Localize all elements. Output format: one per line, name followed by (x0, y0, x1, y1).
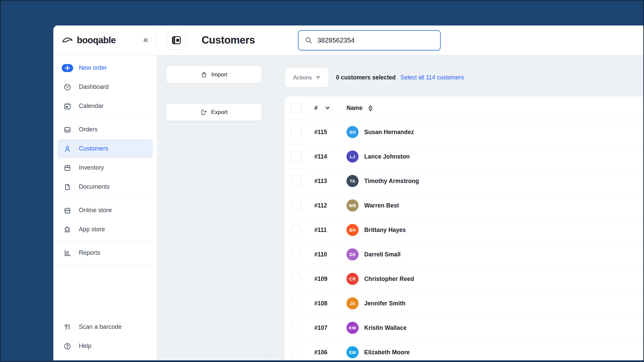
page-header: Customers (157, 25, 643, 55)
import-button[interactable]: Import (166, 66, 262, 83)
customer-name: Timothy Armstrong (364, 178, 419, 185)
customer-number: #111 (314, 227, 346, 234)
customer-avatar: WB (346, 199, 359, 212)
plus-icon (62, 64, 73, 72)
sidebar-item-reports[interactable]: Reports (57, 243, 153, 262)
sidebar-item-label: Orders (79, 126, 98, 133)
customer-row[interactable]: #109 CR Christopher Reed (285, 267, 643, 291)
customer-row[interactable]: #110 DS Darrell Small (285, 242, 643, 267)
row-checkbox[interactable] (291, 200, 302, 211)
calendar-icon (63, 102, 71, 110)
module-switcher-button[interactable] (167, 31, 186, 50)
sidebar-item-help[interactable]: Help (57, 337, 153, 356)
sort-both-icon (368, 105, 373, 112)
list-toolbar: Actions 0 customers selected Select all … (271, 55, 643, 97)
table-header-row: # Name (285, 97, 643, 120)
search-icon (305, 36, 313, 44)
divider (53, 198, 157, 199)
customer-number: #110 (314, 251, 346, 258)
actions-label: Actions (293, 74, 312, 81)
row-checkbox[interactable] (291, 322, 302, 333)
customer-row[interactable]: #115 SH Susan Hernandez (285, 120, 643, 144)
customer-avatar: BH (346, 224, 359, 236)
customer-avatar: EM (346, 346, 359, 358)
search-input[interactable] (317, 37, 428, 44)
inventory-box-icon (63, 164, 71, 172)
customer-number: #108 (314, 300, 346, 307)
customer-row[interactable]: #107 KW Kristin Wallace (285, 316, 643, 340)
row-checkbox[interactable] (291, 249, 302, 260)
sidebar-item-label: Documents (79, 183, 110, 190)
row-checkbox[interactable] (291, 151, 302, 162)
sidebar-item-label: Calendar (79, 103, 104, 110)
customer-name: Christopher Reed (364, 276, 414, 283)
desktop-background: { "app": { "brand": "booqable", "collaps… (0, 0, 644, 362)
customer-name: Darrell Small (364, 251, 400, 258)
customer-number: #115 (314, 129, 346, 136)
sidebar-item-label: Inventory (79, 164, 104, 171)
barcode-scanner-icon (63, 323, 71, 331)
sidebar-item-app-store[interactable]: App store (57, 220, 153, 239)
sidebar-item-calendar[interactable]: Calendar (57, 97, 153, 116)
sidebar-nav: New order Dashboard Calendar Orders (53, 55, 157, 360)
customer-name: Susan Hernandez (364, 129, 414, 136)
document-icon (63, 183, 71, 191)
column-header-number[interactable]: # (314, 105, 318, 112)
customer-row[interactable]: #112 WB Warren Best (285, 193, 643, 218)
row-checkbox[interactable] (291, 225, 302, 235)
customer-row[interactable]: #114 LJ Lance Johnston (285, 144, 643, 169)
sidebar-item-scan-barcode[interactable]: Scan a barcode (57, 317, 153, 337)
orders-inbox-icon (63, 126, 71, 134)
export-button[interactable]: Export (166, 103, 262, 121)
actions-dropdown-button[interactable]: Actions (285, 68, 329, 87)
sidebar-item-label: Online store (79, 207, 112, 214)
sidebar-collapse-button[interactable]: « (143, 35, 148, 46)
customer-avatar: JS (346, 297, 359, 309)
sidebar-footer: Scan a barcode Help (57, 317, 153, 356)
export-button-label: Export (211, 109, 227, 116)
row-checkbox[interactable] (291, 347, 302, 358)
sidebar-item-documents[interactable]: Documents (57, 177, 153, 196)
customer-avatar: SH (346, 126, 359, 138)
help-question-icon (63, 342, 71, 350)
side-actions-panel: Import Export (157, 55, 271, 360)
customer-number: #114 (314, 153, 346, 160)
sidebar-item-inventory[interactable]: Inventory (57, 158, 153, 177)
customer-number: #109 (314, 276, 346, 283)
select-all-link[interactable]: Select all 114 customers (400, 74, 464, 81)
customer-number: #106 (314, 349, 346, 356)
import-button-label: Import (211, 71, 227, 78)
customer-row[interactable]: #106 EM Elizabeth Moore (285, 340, 643, 360)
select-all-checkbox[interactable] (291, 103, 302, 114)
customer-row[interactable]: #113 TA Timothy Armstrong (285, 169, 643, 193)
report-chart-icon (63, 249, 71, 257)
customer-list-region: Actions 0 customers selected Select all … (271, 55, 643, 360)
row-checkbox[interactable] (291, 176, 302, 186)
customers-person-icon (63, 145, 71, 153)
sidebar-item-new-order[interactable]: New order (57, 58, 153, 77)
content-area: Import Export Actions 0 customers select… (157, 55, 643, 360)
column-header-name[interactable]: Name (346, 105, 363, 112)
customer-name: Jennifer Smith (364, 300, 406, 307)
customer-row[interactable]: #111 BH Brittany Hayes (285, 218, 643, 242)
sidebar-item-label: Customers (79, 145, 108, 152)
sidebar: booqable « New order Dashboard Calend (53, 25, 157, 360)
row-checkbox[interactable] (291, 298, 302, 309)
sidebar-item-online-store[interactable]: Online store (57, 201, 153, 220)
booqable-logo-icon (62, 35, 73, 45)
sidebar-item-orders[interactable]: Orders (57, 120, 153, 139)
row-checkbox[interactable] (291, 274, 302, 284)
sidebar-item-label: Dashboard (79, 83, 109, 90)
dashboard-gauge-icon (63, 83, 71, 91)
customer-name: Elizabeth Moore (364, 349, 410, 356)
row-checkbox[interactable] (291, 127, 302, 137)
search-box[interactable] (298, 30, 441, 51)
export-icon (200, 109, 207, 116)
customer-row[interactable]: #108 JS Jennifer Smith (285, 291, 643, 316)
customer-avatar: KW (346, 322, 359, 334)
divider (53, 118, 157, 118)
customer-name: Warren Best (364, 202, 399, 209)
sidebar-item-dashboard[interactable]: Dashboard (57, 77, 153, 97)
chevron-down-icon (316, 76, 320, 79)
sidebar-item-customers[interactable]: Customers (57, 139, 153, 158)
